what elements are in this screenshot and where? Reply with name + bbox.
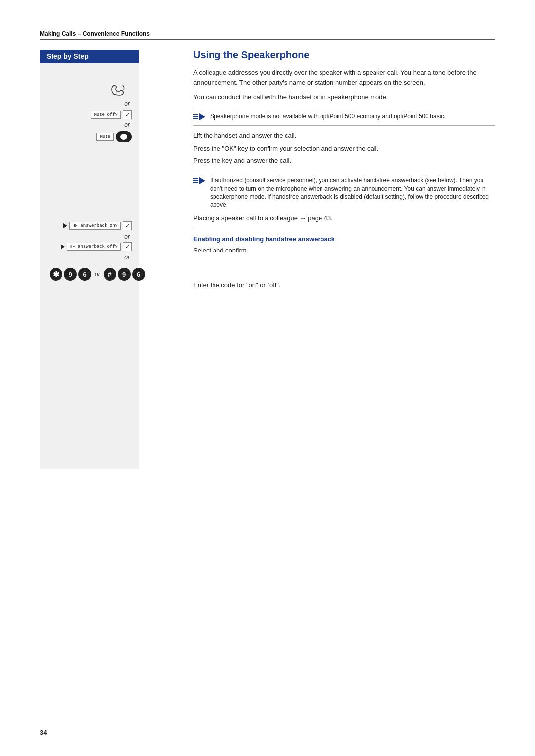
main-layout: Step by Step or Mute off? ✓ or Mute [40,50,495,469]
code-icons-row: ✱ 9 6 or # 9 6 [50,268,145,281]
or-label-4: or [124,254,130,261]
note-2-box: If authorized (consult service personnel… [193,176,495,209]
placing-call-text: Placing a speaker call to a colleague → … [193,213,495,223]
step-1: Lift the handset and answer the call. [193,131,495,141]
hf-on-key: HF answerback on? [69,222,121,230]
mute-row: Mute [96,131,132,142]
note-1-icon-group [193,113,207,120]
mute-off-key: Mute off? [91,111,121,119]
note-1-text: Speakerphone mode is not available with … [210,112,446,121]
or-label-3: or [124,233,130,240]
note-2-icon-group [193,177,207,184]
nine-icon-2: 9 [118,268,131,281]
right-column: Using the Speakerphone A colleague addre… [178,50,495,295]
step-2: Press the "OK" key to confirm your selec… [193,144,495,153]
section-title: Using the Speakerphone [193,50,495,61]
page-number: 34 [40,729,47,736]
para-2: You can conduct the call with the handse… [193,92,495,102]
check-key-3: ✓ [123,242,132,251]
note-1-box: Speakerphone mode is not available with … [193,112,495,121]
answerback-rows: HF answerback on? ✓ or HF answerback off… [45,221,134,281]
divider-3 [193,171,495,171]
divider-2 [193,125,495,126]
check-key-2: ✓ [123,221,132,230]
para-1: A colleague addresses you directly over … [193,68,495,87]
divider-1 [193,107,495,107]
check-key-1: ✓ [123,110,132,119]
left-column: Step by Step or Mute off? ✓ or Mute [40,50,178,469]
nine-icon-1: 9 [64,268,77,281]
page-header: Making Calls – Convenience Functions [40,30,495,40]
step-3: Press the key and answer the call. [193,156,495,166]
step-by-step-label: Step by Step [40,50,139,63]
left-content-area: or Mute off? ✓ or Mute HF answer [40,63,139,469]
arrow-icon-1 [63,223,67,228]
select-confirm-text: Select and confirm. [193,246,495,255]
lines-icon-1 [193,114,198,119]
mute-button-inner [120,134,127,140]
hash-icon: # [104,268,116,281]
divider-4 [193,228,495,228]
or-between-text: or [95,271,100,278]
mute-off-row: Mute off? ✓ [91,110,132,119]
star-icon: ✱ [50,268,62,281]
arrow-icon-2 [61,244,65,249]
hf-off-key: HF answerback off? [67,243,121,251]
six-icon-1: 6 [78,268,91,281]
or-label-2: or [124,121,130,128]
code-instruction-text: Enter the code for "on" or "off". [193,280,495,290]
six-icon-2: 6 [132,268,145,281]
mute-label: Mute [96,133,114,141]
note-2-line-1: If authorized (consult service personnel… [210,176,495,209]
or-label-1: or [124,101,130,107]
hf-off-row: HF answerback off? ✓ [61,242,132,251]
subsection-title: Enabling and disabling handsfree answerb… [193,235,495,243]
note-2-text-block: If authorized (consult service personnel… [210,176,495,209]
hf-on-row: HF answerback on? ✓ [63,221,132,230]
note-arrow-1 [199,113,205,120]
handset-area [110,83,128,99]
header-title: Making Calls – Convenience Functions [40,30,150,37]
mute-button [116,131,132,142]
handset-icon [110,83,128,97]
lines-icon-2 [193,178,198,183]
note-arrow-2 [199,177,205,184]
